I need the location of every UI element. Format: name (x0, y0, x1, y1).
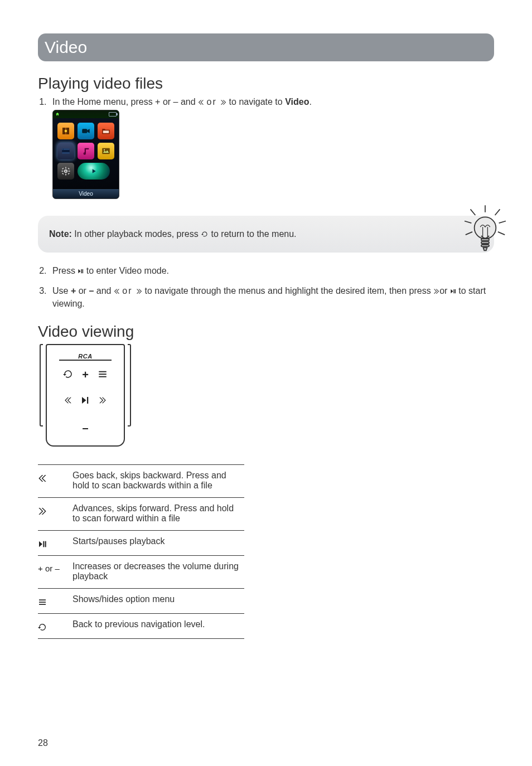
svg-rect-35 (481, 244, 489, 246)
play-skip-icon (80, 395, 90, 408)
step1-video-word: Video (285, 97, 309, 106)
steps-list-2: Press to enter Video mode. Use + or – an… (38, 265, 494, 310)
svg-line-29 (499, 221, 506, 223)
note-pre: In other playback modes, press (72, 229, 201, 239)
step1-text-pre: In the Home menu, press + or – and (52, 97, 198, 106)
minus-icon: – (82, 421, 88, 434)
chevron-right-icon (220, 96, 226, 109)
prev-icon (38, 465, 72, 498)
tile-camera (78, 123, 94, 139)
note-box: Note: In other playback modes, press to … (38, 216, 494, 253)
plus-icon: + (82, 369, 89, 381)
s3-mid: to navigate through the menus and highli… (144, 286, 433, 295)
back-desc: Back to previous navigation level. (72, 614, 244, 639)
play-pause-icon (38, 531, 72, 556)
next-icon (38, 498, 72, 531)
chevron-left-icon (114, 285, 120, 298)
row-menu: Shows/hides option menu (38, 589, 244, 614)
battery-icon (109, 112, 117, 117)
tile-play (78, 163, 110, 180)
back-icon (63, 369, 73, 381)
s3-pre: Use (52, 286, 71, 295)
step-3: Use + or – and or to navigate through th… (49, 285, 494, 309)
home-menu-screenshot: Video (52, 110, 119, 199)
menu-desc: Shows/hides option menu (72, 589, 244, 614)
chevron-right-icon (136, 285, 142, 298)
play-pause-icon (78, 265, 84, 278)
step-1: In the Home menu, press + or – and or to… (49, 96, 494, 199)
svg-rect-33 (481, 239, 489, 241)
row-playpause: Starts/pauses playback (38, 531, 244, 556)
play-pause-icon (450, 285, 456, 298)
svg-line-31 (498, 231, 505, 234)
home-icon (55, 112, 60, 117)
steps-list-1: In the Home menu, press + or – and or to… (38, 96, 494, 199)
svg-line-27 (495, 209, 500, 215)
svg-line-30 (466, 231, 472, 234)
menu-icon (38, 589, 72, 614)
section-heading-playing: Playing video files (38, 75, 494, 93)
device-right-rail (128, 344, 131, 426)
chevron-right-icon (99, 396, 107, 406)
device-screen: RCA (59, 348, 112, 361)
step1-end: . (309, 97, 311, 106)
s3-or1: or (76, 286, 89, 295)
vol-label: + or – (38, 564, 60, 573)
section-titlebar: Video (38, 33, 494, 61)
page-number: 28 (38, 738, 48, 748)
tile-settings (57, 163, 74, 180)
vol-desc: Increases or decreases the volume during… (72, 556, 244, 589)
home-caption: Video (53, 188, 119, 198)
device-body: RCA + – (46, 344, 125, 447)
svg-rect-34 (481, 241, 489, 244)
step1-or: or (206, 97, 220, 106)
row-prev: Goes back, skips backward. Press and hol… (38, 465, 244, 498)
return-icon (201, 229, 209, 239)
tile-music (78, 143, 94, 159)
tile-video-selected (57, 143, 74, 159)
row-back: Back to previous navigation level. (38, 614, 244, 639)
lightbulb-icon (461, 203, 510, 259)
device-logo: RCA (78, 353, 92, 360)
step-2: Press to enter Video mode. (49, 265, 494, 278)
chevron-right-icon (433, 285, 439, 298)
next-desc: Advances, skips forward. Press and hold … (72, 498, 244, 531)
prev-desc: Goes back, skips backward. Press and hol… (72, 465, 244, 498)
s2-post: to enter Video mode. (84, 266, 169, 275)
back-icon (38, 614, 72, 639)
page-title: Video (45, 38, 87, 57)
device-left-rail (40, 344, 43, 426)
s3-and: and (94, 286, 114, 295)
note-post: to return to the menu. (209, 229, 296, 239)
device-diagram: RCA + – (38, 344, 133, 447)
svg-line-26 (471, 209, 476, 215)
row-next: Advances, skips forward. Press and hold … (38, 498, 244, 531)
section-heading-viewing: Video viewing (38, 323, 494, 341)
tile-photo (98, 143, 114, 159)
step1-text-post: to navigate to (229, 97, 286, 106)
chevron-left-icon (198, 96, 204, 109)
row-volume: + or – Increases or decreases the volume… (38, 556, 244, 589)
chevron-left-icon (64, 396, 72, 406)
s3-or2: or (122, 286, 136, 295)
note-label: Note: (49, 229, 72, 239)
menu-icon (98, 369, 108, 381)
s3-plus: + (71, 286, 76, 295)
play-desc: Starts/pauses playback (72, 531, 244, 556)
svg-point-32 (475, 217, 496, 239)
s2-pre: Press (52, 266, 78, 275)
svg-line-28 (465, 221, 471, 223)
statusbar (53, 110, 119, 118)
s3-minus: – (89, 286, 94, 295)
tile-audiobooks (57, 123, 74, 139)
tile-files (98, 123, 114, 139)
controls-table: Goes back, skips backward. Press and hol… (38, 464, 244, 639)
s3-or3: or (439, 286, 450, 295)
